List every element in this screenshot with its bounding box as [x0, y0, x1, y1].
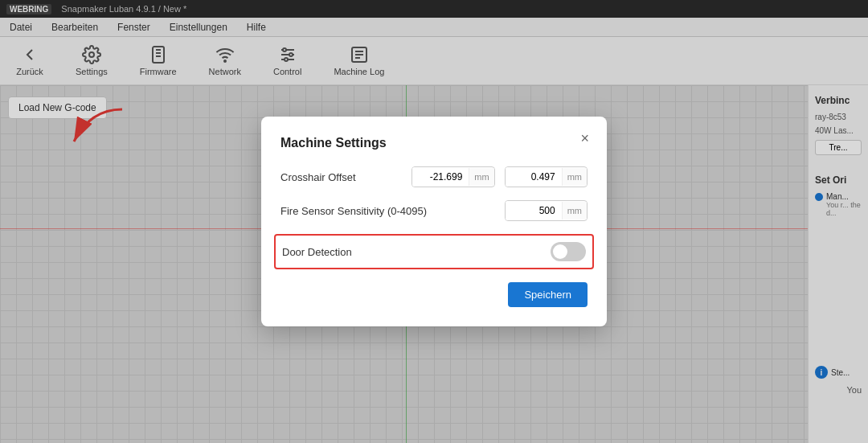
- machine-settings-dialog: Machine Settings × Crosshair Offset mm m…: [261, 117, 607, 326]
- crosshair-x-unit: mm: [469, 168, 493, 186]
- modal-title: Machine Settings: [280, 136, 588, 150]
- fire-sensor-row: Fire Sensor Sensitivity (0-4095) mm: [280, 200, 588, 221]
- crosshair-x-field[interactable]: [412, 167, 469, 187]
- crosshair-y-unit: mm: [562, 168, 587, 186]
- door-detection-row: Door Detection: [274, 234, 594, 269]
- fire-sensor-input[interactable]: mm: [505, 200, 588, 221]
- save-button[interactable]: Speichern: [508, 282, 588, 307]
- crosshair-offset-input1[interactable]: mm: [411, 166, 494, 187]
- toggle-slider-icon: [551, 242, 586, 261]
- fire-sensor-unit: mm: [562, 202, 587, 219]
- door-detection-toggle[interactable]: [551, 242, 586, 261]
- crosshair-offset-label: Crosshair Offset: [280, 171, 402, 183]
- crosshair-offset-row: Crosshair Offset mm mm: [280, 166, 588, 187]
- fire-sensor-field[interactable]: [506, 201, 562, 220]
- crosshair-y-field[interactable]: [506, 167, 562, 187]
- modal-footer: Speichern: [280, 282, 588, 307]
- crosshair-offset-input2[interactable]: mm: [505, 166, 588, 187]
- door-detection-label: Door Detection: [282, 246, 541, 258]
- modal-close-button[interactable]: ×: [575, 129, 594, 147]
- modal-overlay: Machine Settings × Crosshair Offset mm m…: [0, 0, 868, 443]
- fire-sensor-label: Fire Sensor Sensitivity (0-4095): [280, 205, 495, 217]
